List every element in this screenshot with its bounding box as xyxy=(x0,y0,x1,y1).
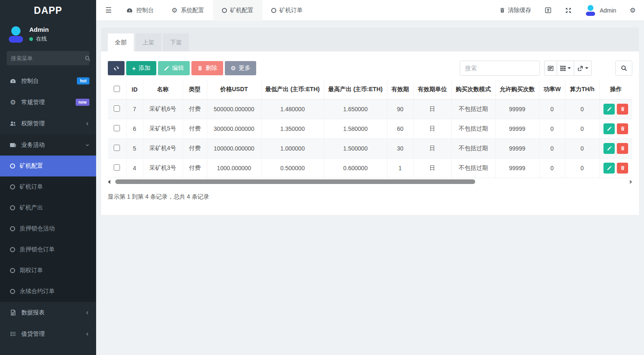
trash-icon xyxy=(620,146,625,151)
hamburger-icon[interactable]: ☰ xyxy=(99,6,117,15)
table-search-input[interactable] xyxy=(460,61,540,76)
sidebar-item-dashboard[interactable]: 控制台 hot xyxy=(0,70,96,92)
sidebar-item-permissions[interactable]: 权限管理 xyxy=(0,113,96,134)
more-button[interactable]: ⚙ 更多 xyxy=(225,61,257,75)
topnav: ☰ 控制台 ⚙ 系统配置 矿机配置 矿机订单 xyxy=(96,0,644,21)
column-header: 名称 xyxy=(143,80,183,99)
user-name: Admin xyxy=(29,26,49,33)
table-cell: 不包括过期 xyxy=(451,138,495,158)
column-header: 允许购买次数 xyxy=(495,80,539,99)
sidebar-item-perpetual-orders[interactable]: 永续合约订单 xyxy=(0,281,96,302)
trash-icon xyxy=(620,106,625,112)
select-all-checkbox[interactable] xyxy=(114,86,120,92)
table-cell: 采矿机5号 xyxy=(143,119,183,138)
sidebar-item-lending[interactable]: 借贷管理 xyxy=(0,323,96,345)
pencil-icon xyxy=(607,166,612,171)
row-checkbox[interactable] xyxy=(114,125,120,131)
user-menu[interactable]: Admin xyxy=(585,5,616,16)
row-delete-button[interactable] xyxy=(617,123,628,134)
edit-button-label: 编辑 xyxy=(172,64,184,72)
topnav-item-system-config[interactable]: ⚙ 系统配置 xyxy=(163,0,213,21)
table-cell: 日 xyxy=(413,158,451,178)
row-delete-button[interactable] xyxy=(617,163,628,174)
table-cell: 99999 xyxy=(495,119,539,138)
export-button[interactable] xyxy=(574,61,592,76)
row-edit-button[interactable] xyxy=(603,143,615,154)
user-status: 在线 xyxy=(29,35,49,43)
table-view-controls xyxy=(544,61,592,76)
refresh-button[interactable] xyxy=(108,61,125,75)
sidebar-item-general[interactable]: ⚙ 常规管理 new xyxy=(0,92,96,113)
row-checkbox[interactable] xyxy=(114,164,120,171)
table-cell: 60 xyxy=(387,119,413,138)
sidebar-item-miner-orders[interactable]: 矿机订单 xyxy=(0,176,96,197)
row-edit-button[interactable] xyxy=(603,123,615,134)
user-status-label: 在线 xyxy=(36,35,47,43)
table-cell: 0 xyxy=(565,158,599,178)
row-edit-button[interactable] xyxy=(603,104,615,115)
topnav-item-dashboard[interactable]: 控制台 xyxy=(117,0,163,21)
circle-icon xyxy=(10,268,15,273)
tab-all[interactable]: 全部 xyxy=(108,33,134,51)
pencil-icon xyxy=(607,146,612,151)
sidebar-item-miner-config[interactable]: 矿机配置 xyxy=(0,156,96,176)
refresh-icon xyxy=(113,65,120,72)
table-cell: 付费 xyxy=(183,99,207,119)
column-header: 价格USDT xyxy=(207,80,261,99)
tab-on-shelf[interactable]: 上架 xyxy=(135,33,161,51)
table-cell: 1.480000 xyxy=(261,99,324,119)
report-icon xyxy=(9,309,17,316)
delete-button[interactable]: 删除 xyxy=(191,61,223,75)
fullscreen-icon[interactable] xyxy=(565,7,572,14)
submenu-item-label: 矿机订单 xyxy=(20,183,43,191)
sidebar-item-option-orders[interactable]: 期权订单 xyxy=(0,260,96,281)
gears-icon[interactable]: ⚙ xyxy=(630,7,636,14)
topnav-item-miner-config[interactable]: 矿机配置 xyxy=(213,0,262,21)
search-button[interactable] xyxy=(615,61,632,76)
column-header: 算力TH/h xyxy=(565,80,599,99)
sidebar-item-reports[interactable]: 数据报表 xyxy=(0,302,96,323)
sidebar-submenu: 矿机配置 矿机订单 矿机产出 质押锁仓活动 质押锁仓订单 xyxy=(0,156,96,302)
scrollbar-thumb[interactable] xyxy=(115,179,475,184)
table-cell: 99999 xyxy=(495,138,539,158)
dashboard-icon xyxy=(9,78,17,84)
topnav-item-label: 矿机配置 xyxy=(230,7,254,14)
add-button-label: 添加 xyxy=(139,64,150,72)
clear-cache-button[interactable]: 清除缓存 xyxy=(499,7,531,14)
columns-button[interactable] xyxy=(557,61,574,76)
topnav-item-miner-orders[interactable]: 矿机订单 xyxy=(262,0,312,21)
sidebar-item-staking-orders[interactable]: 质押锁仓订单 xyxy=(0,239,96,260)
table-cell: 付费 xyxy=(183,158,207,178)
sidebar-item-business[interactable]: 业务活动 xyxy=(0,134,96,156)
row-delete-button[interactable] xyxy=(617,104,628,115)
column-header: 最高产出 (主币:ETH) xyxy=(324,80,387,99)
edit-button[interactable]: 编辑 xyxy=(158,61,190,75)
online-dot-icon xyxy=(29,37,33,41)
gear-icon: ⚙ xyxy=(171,7,177,14)
trash-icon xyxy=(499,7,505,13)
row-delete-button[interactable] xyxy=(617,143,628,154)
sidebar-item-staking-activity[interactable]: 质押锁仓活动 xyxy=(0,218,96,239)
scroll-right-arrow[interactable] xyxy=(630,180,632,184)
sidebar-search-input[interactable] xyxy=(11,55,84,61)
scroll-left-arrow[interactable] xyxy=(108,180,110,184)
table-row: 6 采矿机5号 付费 300000.000000 1.350000 1.5800… xyxy=(108,119,632,138)
column-header: 操作 xyxy=(599,80,632,99)
detail-view-button[interactable] xyxy=(544,61,557,76)
app-logo: DAPP xyxy=(0,0,96,21)
row-checkbox[interactable] xyxy=(114,145,120,151)
scrollbar-track[interactable] xyxy=(114,179,607,184)
translate-icon[interactable] xyxy=(545,7,552,14)
user-panel: Admin 在线 xyxy=(0,21,96,47)
sidebar-item-miner-output[interactable]: 矿机产出 xyxy=(0,197,96,218)
circle-icon xyxy=(10,184,15,189)
table-cell: 0 xyxy=(539,158,565,178)
row-checkbox[interactable] xyxy=(114,105,120,112)
table-cell: 日 xyxy=(413,99,451,119)
submenu-item-label: 矿机配置 xyxy=(20,162,43,170)
add-button[interactable]: + 添加 xyxy=(126,61,156,75)
column-header: 有效期单位 xyxy=(413,80,451,99)
more-button-label: 更多 xyxy=(239,64,250,72)
row-edit-button[interactable] xyxy=(603,163,615,174)
tab-off-shelf[interactable]: 下架 xyxy=(163,33,189,51)
